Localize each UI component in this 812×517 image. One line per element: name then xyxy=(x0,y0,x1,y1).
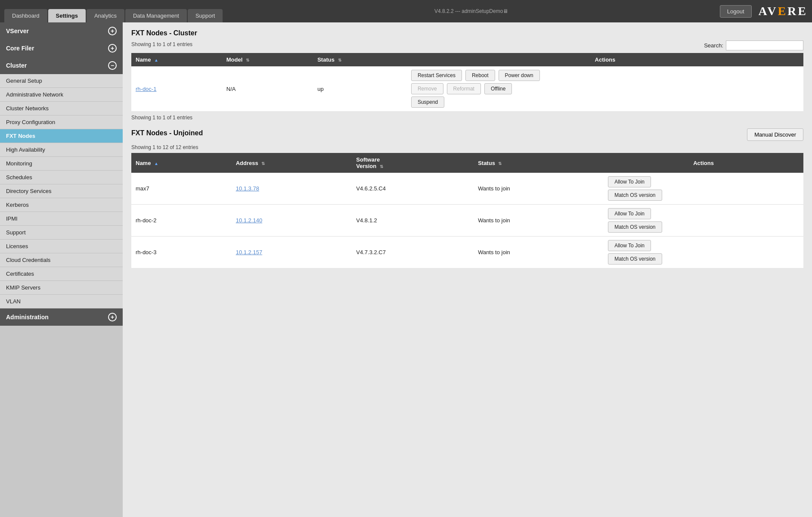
unjoined-name-3: rh-doc-3 xyxy=(131,237,232,268)
sidebar-item-ipmi[interactable]: IPMI xyxy=(0,212,123,226)
manual-discover-button[interactable]: Manual Discover xyxy=(747,128,803,141)
sidebar-item-high-availability[interactable]: High Availability xyxy=(0,143,123,157)
unjoined-section-title: FXT Nodes - Unjoined xyxy=(131,129,203,137)
tab-support[interactable]: Support xyxy=(188,9,223,22)
logout-button[interactable]: Logout xyxy=(720,5,752,18)
cluster-table: Name ▲ Model ⇅ Status ⇅ Actions rh-doc-1… xyxy=(131,53,803,111)
admin-expand-icon: + xyxy=(108,313,117,321)
unjoined-table: Name ▲ Address ⇅ SoftwareVersion ⇅ Statu… xyxy=(131,153,803,268)
unjoined-status-2: Wants to join xyxy=(474,205,604,237)
sidebar-item-directory-services[interactable]: Directory Services xyxy=(0,184,123,198)
sidebar-item-monitoring[interactable]: Monitoring xyxy=(0,157,123,171)
match-os-button-1[interactable]: Match OS version xyxy=(608,190,662,201)
cluster-section: FXT Nodes - Cluster Showing 1 to 1 of 1 … xyxy=(131,29,803,121)
cluster-node-status: up xyxy=(313,66,407,111)
sidebar: VServer + Core Filer + Cluster − General… xyxy=(0,22,123,517)
sidebar-item-fxt-nodes[interactable]: FXT Nodes xyxy=(0,129,123,143)
sidebar-item-cloud-credentials[interactable]: Cloud Credentials xyxy=(0,253,123,267)
reboot-button[interactable]: Reboot xyxy=(465,70,495,81)
cluster-section-title: FXT Nodes - Cluster xyxy=(131,29,803,37)
search-input[interactable] xyxy=(726,40,803,50)
unjoined-header-row: FXT Nodes - Unjoined Manual Discover xyxy=(131,128,803,141)
tab-dashboard[interactable]: Dashboard xyxy=(4,9,47,22)
allow-join-button-2[interactable]: Allow To Join xyxy=(608,208,651,219)
nav-tabs: Dashboard Settings Analytics Data Manage… xyxy=(4,0,223,22)
unjoined-name-1: max7 xyxy=(131,173,232,205)
sidebar-item-schedules[interactable]: Schedules xyxy=(0,171,123,184)
sidebar-item-support[interactable]: Support xyxy=(0,226,123,240)
version-info: V4.8.2.2 --- admin SetupDemo 🖥 xyxy=(223,0,719,22)
sidebar-section-administration[interactable]: Administration + xyxy=(0,308,123,326)
restart-services-button[interactable]: Restart Services xyxy=(411,70,462,81)
content-area: FXT Nodes - Cluster Showing 1 to 1 of 1 … xyxy=(123,22,812,517)
search-row: Showing 1 to 1 of 1 entries Search: xyxy=(131,40,803,50)
cluster-node-name: rh-doc-1 xyxy=(131,66,222,111)
unjoined-address-link-3[interactable]: 10.1.2.157 xyxy=(236,249,262,255)
sidebar-item-general-setup[interactable]: General Setup xyxy=(0,74,123,88)
cluster-showing-bottom: Showing 1 to 1 of 1 entries xyxy=(131,115,803,121)
sidebar-item-kmip-servers[interactable]: KMIP Servers xyxy=(0,281,123,295)
tab-data-management[interactable]: Data Management xyxy=(125,9,187,22)
unjoined-showing: Showing 1 to 12 of 12 entries xyxy=(131,144,803,150)
cluster-showing-top: Showing 1 to 1 of 1 entries xyxy=(131,41,192,47)
top-right: Logout AVERE xyxy=(720,0,808,22)
table-row: rh-doc-2 10.1.2.140 V4.8.1.2 Wants to jo… xyxy=(131,205,803,237)
unjoined-address-2: 10.1.2.140 xyxy=(232,205,352,237)
sidebar-item-vlan[interactable]: VLAN xyxy=(0,295,123,308)
search-label: Search: xyxy=(704,42,723,49)
unjoined-name-2: rh-doc-2 xyxy=(131,205,232,237)
corefiler-expand-icon: + xyxy=(108,44,117,53)
allow-join-button-1[interactable]: Allow To Join xyxy=(608,176,651,187)
unjoined-status-3: Wants to join xyxy=(474,237,604,268)
vserver-expand-icon: + xyxy=(108,27,117,35)
sidebar-item-licenses[interactable]: Licenses xyxy=(0,240,123,253)
main-layout: VServer + Core Filer + Cluster − General… xyxy=(0,22,812,517)
unjoined-section: FXT Nodes - Unjoined Manual Discover Sho… xyxy=(131,128,803,268)
tab-settings[interactable]: Settings xyxy=(48,9,86,22)
unjoined-actions-1: Allow To Join Match OS version xyxy=(604,173,803,205)
unjoined-status-1: Wants to join xyxy=(474,173,604,205)
table-row: rh-doc-3 10.1.2.157 V4.7.3.2.C7 Wants to… xyxy=(131,237,803,268)
remove-button[interactable]: Remove xyxy=(411,83,443,94)
reformat-button[interactable]: Reformat xyxy=(447,83,481,94)
sidebar-item-certificates[interactable]: Certificates xyxy=(0,267,123,281)
unjoined-version-3: V4.7.3.2.C7 xyxy=(352,237,474,268)
ucol-actions: Actions xyxy=(604,153,803,173)
tab-analytics[interactable]: Analytics xyxy=(87,9,124,22)
cluster-node-link[interactable]: rh-doc-1 xyxy=(136,86,156,92)
ucol-address: Address ⇅ xyxy=(232,153,352,173)
unjoined-address-3: 10.1.2.157 xyxy=(232,237,352,268)
table-row: rh-doc-1 N/A up Restart Services Reboot … xyxy=(131,66,803,111)
unjoined-address-link-1[interactable]: 10.1.3.78 xyxy=(236,185,259,192)
ucol-software-version: SoftwareVersion ⇅ xyxy=(352,153,474,173)
sidebar-section-vserver-label: VServer xyxy=(6,28,29,34)
ucol-status: Status ⇅ xyxy=(474,153,604,173)
match-os-button-2[interactable]: Match OS version xyxy=(608,221,662,233)
allow-join-button-3[interactable]: Allow To Join xyxy=(608,240,651,251)
cluster-collapse-icon: − xyxy=(108,61,117,70)
sidebar-item-admin-network[interactable]: Administrative Network xyxy=(0,88,123,102)
power-down-button[interactable]: Power down xyxy=(499,70,540,81)
match-os-button-3[interactable]: Match OS version xyxy=(608,253,662,265)
offline-button[interactable]: Offline xyxy=(484,83,512,94)
cluster-node-model: N/A xyxy=(222,66,313,111)
sidebar-item-proxy-config[interactable]: Proxy Configuration xyxy=(0,115,123,129)
sidebar-item-cluster-networks[interactable]: Cluster Networks xyxy=(0,102,123,115)
cluster-node-actions: Restart Services Reboot Power down Remov… xyxy=(407,66,803,111)
table-row: max7 10.1.3.78 V4.6.2.5.C4 Wants to join… xyxy=(131,173,803,205)
col-model: Model ⇅ xyxy=(222,53,313,66)
sidebar-section-admin-label: Administration xyxy=(6,314,49,321)
col-status: Status ⇅ xyxy=(313,53,407,66)
sidebar-item-kerberos[interactable]: Kerberos xyxy=(0,198,123,212)
avere-logo: AVERE xyxy=(759,4,808,18)
sidebar-section-corefiler-label: Core Filer xyxy=(6,45,34,52)
suspend-button[interactable]: Suspend xyxy=(411,97,444,108)
sidebar-section-corefiler[interactable]: Core Filer + xyxy=(0,40,123,57)
unjoined-address-link-2[interactable]: 10.1.2.140 xyxy=(236,217,262,224)
unjoined-version-2: V4.8.1.2 xyxy=(352,205,474,237)
col-actions: Actions xyxy=(407,53,803,66)
ucol-name: Name ▲ xyxy=(131,153,232,173)
sidebar-section-cluster[interactable]: Cluster − xyxy=(0,57,123,74)
unjoined-actions-2: Allow To Join Match OS version xyxy=(604,205,803,237)
sidebar-section-vserver[interactable]: VServer + xyxy=(0,22,123,40)
